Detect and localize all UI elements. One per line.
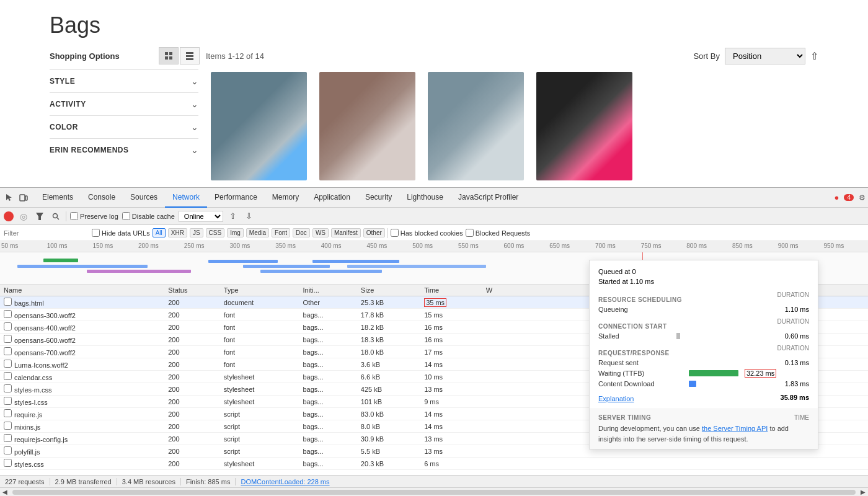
filter-activity-chevron: ⌄ — [191, 99, 198, 109]
resources-size: 3.4 MB resources — [122, 478, 181, 485]
status-cell: 200 — [164, 296, 220, 309]
tab-security[interactable]: Security — [358, 188, 399, 208]
tab-memory[interactable]: Memory — [265, 188, 306, 208]
filter-manifest[interactable]: Manifest — [331, 228, 361, 237]
explanation-link[interactable]: Explanation — [598, 395, 634, 402]
type-cell: font — [220, 334, 299, 346]
status-cell: 200 — [164, 358, 220, 371]
ruler-mark-19: 950 ms — [822, 242, 868, 249]
filter-img[interactable]: Img — [227, 228, 244, 237]
dom-content-loaded[interactable]: DOMContentLoaded: 228 ms — [241, 478, 334, 485]
request-response-title: Request/Response — [598, 350, 670, 356]
tab-network[interactable]: Network — [165, 188, 207, 208]
queued-at-label: Queued at 0 — [598, 268, 636, 275]
filter-erin[interactable]: ERIN RECOMMENDS ⌄ — [50, 138, 198, 161]
filter-bar: Hide data URLs All XHR JS CSS Img Media … — [0, 225, 868, 241]
col-status[interactable]: Status — [164, 285, 220, 296]
filter-all[interactable]: All — [153, 228, 166, 237]
col-time[interactable]: Time — [420, 285, 482, 296]
tab-performance[interactable]: Performance — [207, 188, 265, 208]
col-name[interactable]: Name — [0, 285, 164, 296]
time-cell: 13 ms — [420, 445, 482, 458]
preserve-log-checkbox[interactable]: Preserve log — [70, 212, 118, 220]
stop-recording-icon[interactable]: ◎ — [17, 210, 30, 223]
disable-cache-checkbox[interactable]: Disable cache — [122, 212, 175, 220]
svg-point-10 — [53, 213, 58, 218]
initiator-cell: bags... — [299, 334, 356, 346]
time-cell: 14 ms — [420, 420, 482, 433]
sort-select[interactable]: Position Product Name Price — [725, 48, 805, 64]
type-cell: font — [220, 321, 299, 334]
time-cell: 13 ms — [420, 433, 482, 445]
list-view-button[interactable] — [180, 47, 200, 64]
tab-js-profiler[interactable]: JavaScript Profiler — [451, 188, 526, 208]
filter-style-label: STYLE — [50, 77, 75, 86]
queueing-value: 1.10 ms — [785, 306, 809, 313]
filter-activity[interactable]: ACTIVITY ⌄ — [50, 92, 198, 115]
shopping-options-label: Shopping Options — [50, 51, 149, 61]
grid-view-button[interactable] — [159, 47, 179, 64]
filter-ws[interactable]: WS — [312, 228, 329, 237]
timeline-ruler: 50 ms 100 ms 150 ms 200 ms 250 ms 300 ms… — [0, 241, 868, 252]
sort-arrow-icon[interactable]: ⇧ — [810, 50, 818, 62]
filter-color[interactable]: COLOR ⌄ — [50, 115, 198, 138]
hide-data-urls-checkbox[interactable]: Hide data URLs — [92, 229, 150, 237]
svg-rect-1 — [169, 52, 172, 55]
settings-gear-icon[interactable]: ⚙ — [859, 193, 866, 202]
cursor-icon[interactable] — [2, 192, 15, 204]
server-timing-api-link[interactable]: the Server Timing API — [702, 425, 768, 432]
tab-console[interactable]: Console — [81, 188, 123, 208]
record-button[interactable] — [4, 211, 14, 221]
type-cell: script — [220, 420, 299, 433]
table-row[interactable]: styles.css 200 stylesheet bags... 20.3 k… — [0, 458, 868, 470]
filter-js[interactable]: JS — [190, 228, 203, 237]
filter-icon[interactable] — [33, 210, 46, 223]
throttle-select[interactable]: Online Fast 3G Slow 3G Offline — [179, 211, 223, 222]
horizontal-scrollbar[interactable]: ◀ ▶ — [0, 487, 868, 496]
tab-elements[interactable]: Elements — [35, 188, 81, 208]
has-blocked-cookies-checkbox[interactable]: Has blocked cookies — [391, 229, 463, 237]
scroll-thumb[interactable] — [12, 490, 856, 495]
type-cell: stylesheet — [220, 383, 299, 396]
hide-data-urls-label: Hide data URLs — [102, 229, 150, 237]
col-size[interactable]: Size — [357, 285, 420, 296]
filter-input[interactable] — [4, 229, 89, 237]
svg-line-11 — [57, 218, 59, 219]
type-cell: script — [220, 445, 299, 458]
blocked-requests-checkbox[interactable]: Blocked Requests — [466, 229, 531, 237]
tab-application[interactable]: Application — [306, 188, 358, 208]
filter-css[interactable]: CSS — [206, 228, 225, 237]
search-icon[interactable] — [50, 210, 62, 223]
initiator-cell: bags... — [299, 420, 356, 433]
filter-media[interactable]: Media — [246, 228, 269, 237]
filter-xhr[interactable]: XHR — [168, 228, 187, 237]
filter-font[interactable]: Font — [272, 228, 290, 237]
download-icon[interactable]: ⇩ — [243, 210, 255, 223]
type-cell: font — [220, 358, 299, 371]
ruler-mark-10: 500 ms — [411, 242, 457, 249]
finish-time: Finish: 885 ms — [186, 478, 236, 485]
filter-doc[interactable]: Doc — [293, 228, 310, 237]
content-download-value: 1.83 ms — [785, 380, 809, 388]
items-count: Items 1-12 of 14 — [206, 51, 264, 61]
waiting-value: 32.23 ms — [745, 369, 776, 378]
filter-activity-label: ACTIVITY — [50, 100, 86, 108]
ruler-mark-11: 550 ms — [457, 242, 503, 249]
svg-rect-2 — [165, 56, 168, 60]
tab-lighthouse[interactable]: Lighthouse — [399, 188, 451, 208]
upload-icon[interactable]: ⇧ — [227, 210, 239, 223]
device-toolbar-icon[interactable] — [17, 192, 30, 204]
filter-style[interactable]: STYLE ⌄ — [50, 69, 198, 92]
filter-erin-label: ERIN RECOMMENDS — [50, 146, 129, 154]
type-cell: font — [220, 346, 299, 358]
size-cell: 18.3 kB — [357, 334, 420, 346]
filter-other[interactable]: Other — [363, 228, 385, 237]
status-cell: 200 — [164, 420, 220, 433]
ruler-mark-18: 900 ms — [777, 242, 823, 249]
col-initiator[interactable]: Initi... — [299, 285, 356, 296]
type-cell: script — [220, 433, 299, 445]
page-title: Bags — [50, 0, 818, 45]
col-type[interactable]: Type — [220, 285, 299, 296]
tab-sources[interactable]: Sources — [123, 188, 165, 208]
name-cell: require.js — [0, 408, 164, 420]
